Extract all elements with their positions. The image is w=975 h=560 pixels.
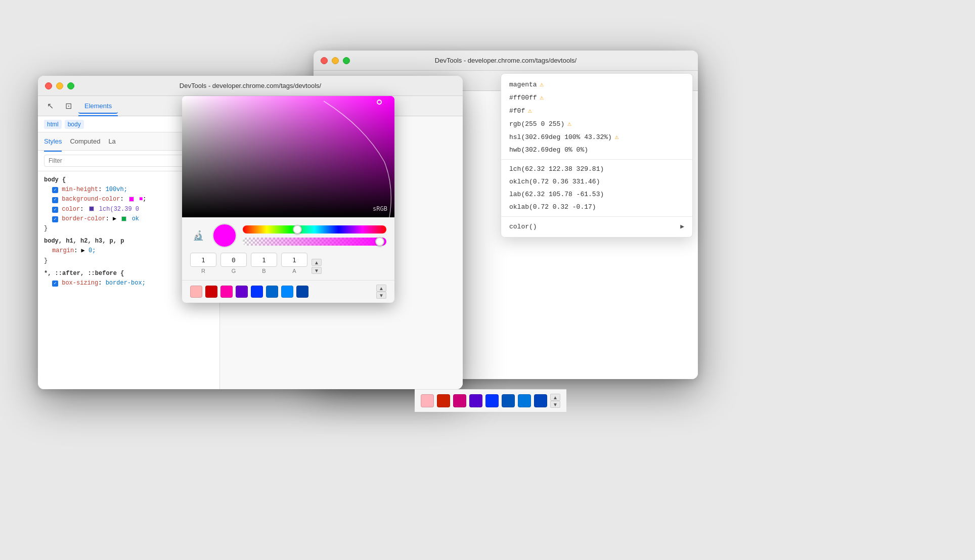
cb-bg-color[interactable]: ✓ [52, 197, 58, 203]
swatch-picker-8[interactable] [296, 286, 308, 298]
hue-thumb [293, 225, 302, 234]
warn-icon-ff00ff: ⚠ [540, 94, 544, 102]
cb-min-height[interactable]: ✓ [52, 187, 58, 193]
rgba-label-r: R [201, 268, 205, 274]
dropdown-item-magenta[interactable]: magenta ⚠ [501, 78, 692, 91]
close-button-front[interactable] [45, 82, 52, 89]
swatch-picker-7[interactable] [281, 286, 293, 298]
tab-computed[interactable]: Computed [70, 134, 100, 148]
back-swatch-7[interactable] [518, 394, 531, 407]
border-color-swatch [121, 216, 126, 221]
rgba-field-g: G [220, 253, 247, 274]
dropdown-label-f0f: #f0f [509, 107, 525, 115]
back-swatch-step-down[interactable]: ▼ [550, 401, 560, 408]
back-swatches-stepper[interactable]: ▲ ▼ [550, 394, 560, 408]
gradient-dark [182, 96, 394, 217]
traffic-lights-back [321, 57, 350, 64]
css-selector-universal: *, ::after, ::before { [44, 270, 124, 277]
rgba-field-a: A [281, 253, 307, 274]
warn-icon-f0f: ⚠ [528, 107, 532, 115]
minimize-button-back[interactable] [332, 57, 339, 64]
dropdown-item-lch[interactable]: lch(62.32 122.38 329.81) [501, 163, 692, 175]
rgba-label-b: B [262, 268, 265, 274]
swatch-picker-3[interactable] [220, 286, 233, 298]
hue-slider[interactable] [243, 225, 386, 234]
cb-border-color[interactable]: ✓ [52, 216, 58, 222]
tab-layout[interactable]: La [108, 134, 115, 148]
dropdown-item-ff00ff[interactable]: #ff00ff ⚠ [501, 91, 692, 104]
dropdown-item-hsl[interactable]: hsl(302.69deg 100% 43.32%) ⚠ [501, 130, 692, 144]
eyedropper-button[interactable]: 🔬 [190, 227, 206, 244]
color-arrow-icon: ▶ [680, 222, 684, 230]
color-swatch-small [89, 206, 94, 211]
color-swatch-circle [212, 223, 237, 248]
rgba-stepper[interactable]: ▲ ▼ [312, 259, 322, 274]
traffic-lights-front [45, 82, 74, 89]
dropdown-item-rgb[interactable]: rgb(255 0 255) ⚠ [501, 117, 692, 130]
sliders-column [243, 225, 386, 246]
gradient-cursor [377, 100, 382, 105]
swatches-up[interactable]: ▲ [376, 285, 386, 292]
rgba-input-g[interactable] [220, 253, 247, 267]
back-swatch-3[interactable] [453, 394, 466, 407]
inspector-icon-front[interactable]: ⊡ [60, 98, 76, 114]
dropdown-label-ff00ff: #ff00ff [509, 94, 537, 102]
warn-icon-hsl: ⚠ [615, 133, 619, 141]
dropdown-item-oklab[interactable]: oklab(0.72 0.32 -0.17) [501, 201, 692, 213]
dropdown-label-hsl: hsl(302.69deg 100% 43.32%) [509, 133, 612, 141]
dropdown-item-color[interactable]: color() ▶ [501, 220, 692, 233]
swatch-picker-1[interactable] [190, 286, 202, 298]
color-picker-main-row: 🔬 [190, 223, 386, 248]
dropdown-item-f0f[interactable]: #f0f ⚠ [501, 104, 692, 117]
rgba-input-r[interactable] [190, 253, 216, 267]
maximize-button-front[interactable] [67, 82, 74, 89]
rgba-input-a[interactable] [281, 253, 307, 267]
bg-color-swatch [129, 197, 134, 202]
cursor-icon-front[interactable]: ↖ [42, 98, 58, 114]
swatch-picker-6[interactable] [266, 286, 278, 298]
swatch-picker-5[interactable] [251, 286, 263, 298]
dropdown-divider-2 [501, 216, 692, 217]
breadcrumb-body[interactable]: body [65, 120, 84, 129]
rgba-step-down[interactable]: ▼ [312, 267, 322, 274]
warn-icon-rgb: ⚠ [567, 120, 571, 128]
back-swatch-4[interactable] [469, 394, 482, 407]
dropdown-item-hwb[interactable]: hwb(302.69deg 0% 0%) [501, 144, 692, 156]
back-swatch-5[interactable] [485, 394, 499, 407]
rgba-step-up[interactable]: ▲ [312, 259, 322, 266]
dropdown-item-lab[interactable]: lab(62.32 105.78 -61.53) [501, 188, 692, 201]
color-gradient-area[interactable]: sRGB [182, 96, 394, 217]
rgba-inputs-row: R G B A ▲ ▼ [190, 253, 386, 274]
dropdown-label-hwb: hwb(302.69deg 0% 0%) [509, 146, 588, 154]
back-swatch-8[interactable] [534, 394, 547, 407]
close-button-back[interactable] [321, 57, 328, 64]
swatches-stepper-picker[interactable]: ▲ ▼ [376, 285, 386, 299]
back-swatch-1[interactable] [421, 394, 434, 407]
dropdown-label-magenta: magenta [509, 81, 537, 88]
alpha-slider[interactable] [243, 238, 386, 246]
back-swatch-step-up[interactable]: ▲ [550, 394, 560, 401]
maximize-button-back[interactable] [343, 57, 350, 64]
cb-color[interactable]: ✓ [52, 207, 58, 213]
swatches-down[interactable]: ▼ [376, 292, 386, 299]
back-swatch-2[interactable] [437, 394, 450, 407]
cb-box-sizing[interactable]: ✓ [52, 281, 58, 287]
swatch-picker-4[interactable] [236, 286, 248, 298]
color-picker-controls: 🔬 R G [182, 217, 394, 280]
dropdown-label-oklch: oklch(0.72 0.36 331.46) [509, 178, 600, 185]
warn-icon-magenta: ⚠ [540, 80, 544, 88]
breadcrumb-html[interactable]: html [44, 120, 62, 129]
tab-elements-front[interactable]: Elements [78, 99, 118, 114]
back-swatch-6[interactable] [502, 394, 515, 407]
dropdown-item-oklch[interactable]: oklch(0.72 0.36 331.46) [501, 175, 692, 188]
srgb-label: sRGB [373, 205, 387, 212]
window-title-front: DevTools - developer.chrome.com/tags/dev… [180, 82, 321, 89]
dropdown-label-lab: lab(62.32 105.78 -61.53) [509, 191, 604, 198]
titlebar-front: DevTools - developer.chrome.com/tags/dev… [38, 76, 463, 96]
tab-styles[interactable]: Styles [44, 134, 62, 148]
color-dropdown-panel: magenta ⚠ #ff00ff ⚠ #f0f ⚠ rgb(255 0 255… [501, 73, 693, 238]
minimize-button-front[interactable] [56, 82, 63, 89]
rgba-input-b[interactable] [251, 253, 277, 267]
back-window-swatches: ▲ ▼ [415, 389, 566, 412]
swatch-picker-2[interactable] [205, 286, 217, 298]
